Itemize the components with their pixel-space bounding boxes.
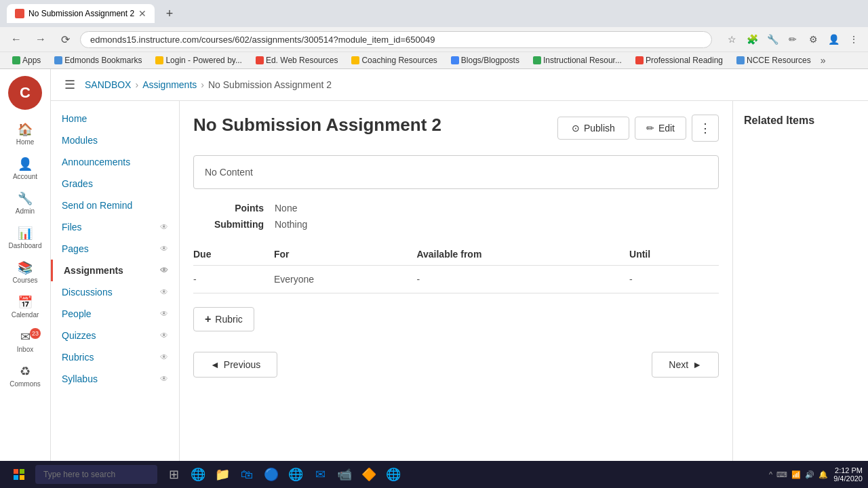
nav-item-discussions[interactable]: Discussions 👁 <box>51 281 179 303</box>
content-wrapper: ☰ SANDBOX › Assignments › No Submission … <box>51 69 868 484</box>
nav-item-send-on-remind[interactable]: Send on Remind <box>51 195 179 216</box>
sidebar-item-account[interactable]: 👤 Account <box>0 152 50 184</box>
courses-icon: 📚 <box>18 260 33 275</box>
taskbar-taskview[interactable]: ⊞ <box>163 464 184 484</box>
admin-icon: 🔧 <box>18 191 33 206</box>
taskbar-app2-icon[interactable]: 🔶 <box>358 464 380 484</box>
breadcrumb-sep-2: › <box>201 79 204 90</box>
taskbar-mail-icon[interactable]: ✉ <box>309 464 331 484</box>
calendar-icon: 📅 <box>18 295 33 310</box>
nav-home-label: Home <box>62 113 87 124</box>
meta-row-submitting: Submitting Nothing <box>193 219 719 230</box>
assignment-content: No Content <box>205 167 253 178</box>
sidebar-item-calendar[interactable]: 📅 Calendar <box>0 291 50 323</box>
related-items-panel: Related Items <box>732 101 868 484</box>
bookmark-login[interactable]: Login - Powered by... <box>150 54 248 66</box>
coaching-icon <box>351 56 359 64</box>
taskbar-chrome-icon[interactable]: 🔵 <box>260 464 282 484</box>
publish-button[interactable]: ⊙ Publish <box>557 117 629 140</box>
svg-rect-2 <box>14 475 18 480</box>
edit-button[interactable]: ✏ Edit <box>635 117 686 140</box>
bookmark-ed[interactable]: Ed. Web Resources <box>250 54 344 66</box>
taskbar-ie-icon[interactable]: 🌐 <box>285 464 307 484</box>
bookmark-inst[interactable]: Instructional Resour... <box>528 54 627 66</box>
taskbar-zoom-icon[interactable]: 📹 <box>334 464 355 484</box>
browser-titlebar: No Submission Assignment 2 ✕ + <box>0 0 868 27</box>
extension-icon-2[interactable]: 🔧 <box>765 32 780 47</box>
more-icon: ⋮ <box>699 121 711 135</box>
tray-keyboard-icon[interactable]: ⌨ <box>776 470 787 479</box>
nav-item-home[interactable]: Home <box>51 108 179 129</box>
sidebar-dashboard-label: Dashboard <box>9 242 42 249</box>
extension-icon-3[interactable]: ✏ <box>785 32 800 47</box>
nav-item-quizzes[interactable]: Quizzes 👁 <box>51 325 179 346</box>
inbox-icon: ✉ <box>20 329 31 344</box>
start-button[interactable] <box>5 461 33 484</box>
nav-item-grades[interactable]: Grades <box>51 173 179 195</box>
sidebar-item-dashboard[interactable]: 📊 Dashboard <box>0 222 50 253</box>
bookmark-edmonds-label: Edmonds Bookmarks <box>64 56 142 65</box>
extension-icon-1[interactable]: 🧩 <box>745 32 760 47</box>
bookmark-coaching[interactable]: Coaching Resources <box>346 54 442 66</box>
tray-notification-icon[interactable]: 🔔 <box>818 470 828 479</box>
bookmark-star-icon[interactable]: ☆ <box>724 32 739 47</box>
forward-button[interactable]: → <box>31 30 50 49</box>
next-label: Next <box>669 359 688 370</box>
more-icon[interactable]: ⋮ <box>846 32 861 47</box>
nav-item-assignments[interactable]: Assignments 👁 <box>51 260 179 281</box>
url-text: edmonds15.instructure.com/courses/602/as… <box>90 35 435 45</box>
previous-button[interactable]: ◄ Previous <box>193 352 277 378</box>
more-bookmarks-icon[interactable]: » <box>821 55 826 66</box>
bookmark-prof[interactable]: Professional Reading <box>630 54 728 66</box>
edit-label: Edit <box>658 123 675 134</box>
menu-toggle-icon[interactable]: ☰ <box>64 77 75 92</box>
taskbar-edge-icon[interactable]: 🌐 <box>187 464 209 484</box>
tray-sound-icon[interactable]: 🔊 <box>805 470 814 479</box>
nav-item-files[interactable]: Files 👁 <box>51 216 179 238</box>
breadcrumb-sandbox-link[interactable]: SANDBOX <box>85 79 131 90</box>
meta-row-points: Points None <box>193 203 719 214</box>
nav-item-announcements[interactable]: Announcements <box>51 151 179 173</box>
back-button[interactable]: ← <box>7 30 26 49</box>
discussions-eye-icon: 👁 <box>160 287 168 297</box>
tray-network-icon[interactable]: 📶 <box>791 470 801 479</box>
more-options-button[interactable]: ⋮ <box>692 115 719 142</box>
next-button[interactable]: Next ► <box>652 352 719 378</box>
taskbar-search-input[interactable] <box>35 465 157 484</box>
bookmark-ncce[interactable]: NCCE Resources <box>731 54 816 66</box>
bookmarks-bar: Apps Edmonds Bookmarks Login - Powered b… <box>0 52 868 68</box>
sidebar-item-commons[interactable]: ♻ Commons <box>0 360 50 392</box>
edmonds-icon <box>54 56 62 64</box>
nav-item-pages[interactable]: Pages 👁 <box>51 238 179 260</box>
nav-modules-label: Modules <box>62 135 98 146</box>
taskbar-chrome2-icon[interactable]: 🌐 <box>382 464 404 484</box>
sidebar-item-home[interactable]: 🏠 Home <box>0 118 50 150</box>
tab-close-btn[interactable]: ✕ <box>138 8 146 19</box>
nav-item-people[interactable]: People 👁 <box>51 303 179 325</box>
new-tab-button[interactable]: + <box>160 4 179 23</box>
browser-tab[interactable]: No Submission Assignment 2 ✕ <box>7 4 155 23</box>
nav-item-modules[interactable]: Modules <box>51 129 179 151</box>
bookmark-apps[interactable]: Apps <box>7 54 46 66</box>
add-rubric-button[interactable]: + Rubric <box>193 307 254 331</box>
taskbar-store-icon[interactable]: 🛍 <box>236 464 258 484</box>
apps-icon <box>12 56 20 64</box>
bookmark-edmonds[interactable]: Edmonds Bookmarks <box>49 54 147 66</box>
settings-icon[interactable]: ⚙ <box>806 32 821 47</box>
nav-item-syllabus[interactable]: Syllabus 👁 <box>51 368 179 390</box>
sidebar-item-inbox[interactable]: 23 ✉ Inbox <box>0 325 50 357</box>
bookmark-blogs-label: Blogs/Blogposts <box>461 56 519 65</box>
ncce-icon <box>736 56 745 64</box>
sidebar-item-courses[interactable]: 📚 Courses <box>0 256 50 288</box>
profile-icon[interactable]: 👤 <box>826 32 841 47</box>
refresh-button[interactable]: ⟳ <box>56 30 75 49</box>
assignment-meta: Points None Submitting Nothing <box>193 203 719 230</box>
breadcrumb-assignments-link[interactable]: Assignments <box>142 79 197 90</box>
app-logo[interactable]: C <box>8 76 42 110</box>
nav-item-rubrics[interactable]: Rubrics 👁 <box>51 346 179 368</box>
sidebar-item-admin[interactable]: 🔧 Admin <box>0 187 50 219</box>
bookmark-blogs[interactable]: Blogs/Blogposts <box>446 54 525 66</box>
tray-expand-icon[interactable]: ^ <box>769 470 772 479</box>
url-field[interactable]: edmonds15.instructure.com/courses/602/as… <box>80 31 712 48</box>
taskbar-explorer-icon[interactable]: 📁 <box>212 464 233 484</box>
